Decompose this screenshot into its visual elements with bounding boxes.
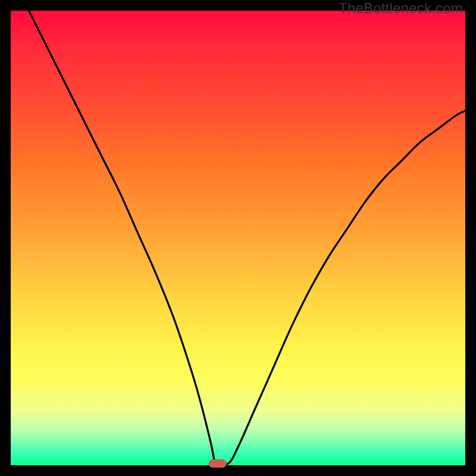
watermark-text: TheBottleneck.com xyxy=(339,0,463,17)
optimum-marker xyxy=(209,459,227,468)
chart-frame: TheBottleneck.com xyxy=(0,0,476,476)
chart-svg xyxy=(11,11,465,465)
bottleneck-curve xyxy=(29,11,465,465)
